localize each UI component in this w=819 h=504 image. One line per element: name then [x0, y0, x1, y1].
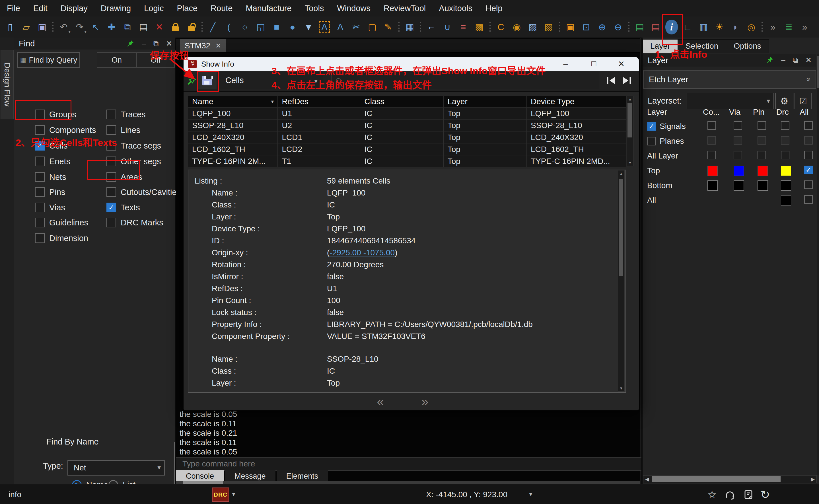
shape-corner-icon[interactable]: ◱ — [253, 18, 269, 36]
dropdown-caret-icon[interactable]: ▼ — [83, 29, 87, 34]
highlight-measure-icon[interactable]: ✎ — [380, 18, 396, 36]
find-filter-cutouts-cavities[interactable]: Cutouts/Cavities — [106, 186, 181, 198]
scroll-left-icon[interactable]: ◀ — [645, 476, 649, 482]
menu-route[interactable]: Route — [211, 4, 232, 13]
drc-chevron-icon[interactable]: ▼ — [231, 484, 236, 504]
matrix-checkbox[interactable] — [804, 195, 813, 204]
column-header-layer[interactable]: Layer — [443, 96, 526, 108]
toolbar-overflow-icon[interactable]: » — [765, 18, 781, 36]
move-icon[interactable]: ✚ — [104, 18, 120, 36]
tab-elements[interactable]: Elements — [277, 470, 328, 482]
column-header-device-type[interactable]: Device Type — [527, 96, 626, 108]
find-filter-other-segs[interactable]: Other segs — [106, 155, 161, 168]
menu-manufacture[interactable]: Manufacture — [246, 4, 291, 13]
menu-logic[interactable]: Logic — [144, 4, 164, 13]
find-filter-dimension[interactable]: Dimension — [35, 232, 88, 244]
checkbox[interactable] — [35, 203, 45, 212]
checkbox[interactable] — [106, 187, 116, 197]
menu-display[interactable]: Display — [61, 4, 88, 13]
matrix-checkbox[interactable] — [734, 121, 742, 130]
toolbar-overflow2-icon[interactable]: » — [797, 18, 813, 36]
scroll-right-icon[interactable]: ▶ — [811, 476, 815, 482]
pin-icon[interactable] — [187, 76, 197, 85]
checkbox[interactable] — [35, 172, 45, 182]
column-header-refdes[interactable]: RefDes — [278, 96, 360, 108]
maximize-icon[interactable]: □ — [591, 59, 596, 68]
find-filter-nets[interactable]: Nets — [35, 171, 66, 183]
shade-lamp-icon[interactable]: ◗ — [727, 18, 743, 36]
ratsnest-off-icon[interactable]: ▤ — [648, 18, 664, 36]
checkbox[interactable] — [35, 233, 45, 243]
color-swatch[interactable] — [781, 180, 791, 191]
restore-icon[interactable]: ⧉ — [793, 56, 798, 65]
frame-rect-icon[interactable]: ▢ — [364, 18, 380, 36]
favorite-star-icon[interactable]: ☆ — [707, 484, 717, 504]
menu-drawing[interactable]: Drawing — [101, 4, 131, 13]
tab-message[interactable]: Message — [225, 470, 275, 482]
console-horizontal-scrollbar[interactable] — [176, 481, 640, 484]
route-u-icon[interactable]: ∪ — [439, 18, 455, 36]
table-scrollbar[interactable]: ▲▼ — [627, 96, 633, 166]
matrix-checkbox[interactable] — [758, 121, 766, 130]
support-headset-icon[interactable] — [725, 484, 735, 504]
color-swatch[interactable] — [781, 195, 791, 205]
matrix-checkbox[interactable] — [804, 180, 813, 189]
close-icon[interactable]: ✕ — [166, 39, 172, 48]
find-on-button[interactable]: On — [97, 52, 137, 68]
checkbox[interactable] — [106, 218, 116, 227]
tab-close-icon[interactable]: ✕ — [215, 42, 221, 50]
checkbox[interactable] — [106, 157, 116, 166]
text-select-icon[interactable]: A — [316, 18, 332, 36]
matrix-checkbox[interactable] — [804, 136, 813, 145]
matrix-checkbox[interactable] — [707, 151, 716, 159]
restore-icon[interactable]: ⧉ — [153, 39, 159, 48]
cut-icon[interactable]: ✂ — [348, 18, 364, 36]
pin-icon[interactable] — [766, 56, 774, 64]
route-corner-icon[interactable]: ⌐ — [423, 18, 439, 36]
last-page-button[interactable] — [620, 74, 634, 87]
find-filter-traces[interactable]: Traces — [106, 108, 146, 121]
minimize-icon[interactable]: – — [781, 56, 785, 65]
find-filter-enets[interactable]: Enets — [35, 155, 70, 168]
color-swatch[interactable] — [781, 166, 791, 176]
select-frame-icon[interactable]: ▣ — [562, 18, 578, 36]
checkbox[interactable] — [35, 110, 45, 119]
matrix-checkbox[interactable] — [758, 136, 766, 145]
menu-reviewtool[interactable]: ReviewTool — [384, 4, 426, 13]
report-info-icon[interactable]: ▥ — [695, 18, 711, 36]
matrix-checkbox[interactable] — [781, 151, 789, 159]
bus-bars-icon[interactable]: ≡ — [455, 18, 471, 36]
teardrop-icon[interactable]: ▼ — [301, 18, 316, 36]
save-file-icon[interactable]: ▣ — [34, 18, 50, 36]
color-swatch[interactable] — [734, 166, 744, 176]
color-swatch[interactable] — [707, 180, 718, 191]
dropdown-caret-icon[interactable]: ▼ — [67, 29, 71, 34]
undo-icon[interactable]: ↶▼ — [56, 18, 72, 36]
design-flow-tab[interactable]: Design Flow — [1, 50, 14, 119]
menu-place[interactable]: Place — [177, 4, 198, 13]
checkbox[interactable]: ✓ — [106, 203, 116, 212]
paste-doc-icon[interactable]: ▤ — [135, 18, 151, 36]
color-swatch[interactable] — [758, 166, 768, 176]
stripes-ellipse-icon[interactable]: ◎ — [743, 18, 759, 36]
filled-ellipse-icon[interactable]: ● — [285, 18, 301, 36]
table-row[interactable]: SSOP-28_L10U2ICTopSSOP-28_L10 — [188, 120, 626, 131]
zoom-select-icon[interactable]: ⊡ — [578, 18, 594, 36]
plane-shape-icon[interactable]: ▨ — [525, 18, 541, 36]
find-filter-guidelines[interactable]: Guidelines — [35, 216, 88, 229]
drc-status-chip[interactable]: DRC — [212, 487, 229, 502]
origin-coordinates-link[interactable]: -2925.00 -1075.00 — [330, 248, 395, 257]
select-cursor-icon[interactable]: ↖ — [88, 18, 104, 36]
checkbox[interactable] — [35, 187, 45, 197]
matrix-checkbox[interactable] — [781, 136, 789, 145]
text-tool-icon[interactable]: A — [332, 18, 348, 36]
unlock-icon[interactable] — [183, 18, 199, 36]
matrix-checkbox[interactable] — [707, 136, 716, 145]
find-filter-texts[interactable]: ✓Texts — [106, 201, 140, 214]
menu-file[interactable]: File — [7, 4, 20, 13]
prev-page-button[interactable]: « — [377, 394, 401, 408]
table-row[interactable]: LQFP_100U1ICTopLQFP_100 — [188, 108, 626, 120]
first-page-button[interactable] — [604, 74, 618, 87]
menu-windows[interactable]: Windows — [337, 4, 371, 13]
column-header-name[interactable]: Name▼ — [188, 96, 278, 108]
